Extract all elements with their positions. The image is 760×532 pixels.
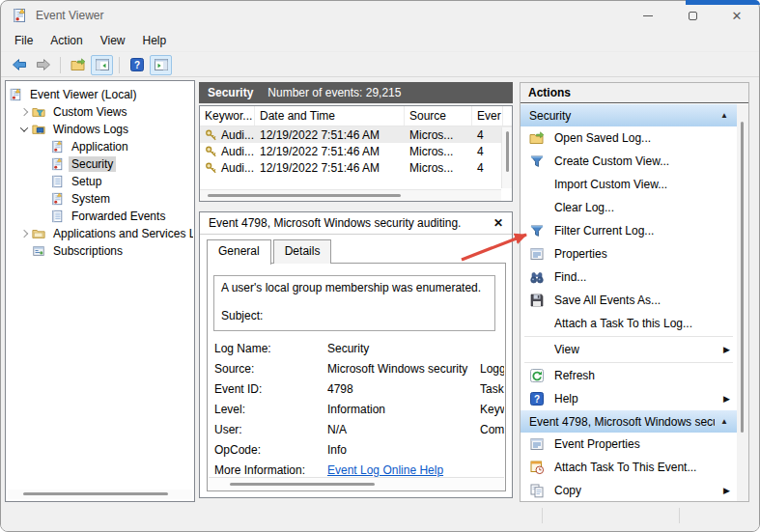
field-row-opcode: OpCode:Info bbox=[214, 439, 504, 460]
forward-arrow-icon bbox=[36, 57, 51, 72]
action-open-saved-log[interactable]: Open Saved Log... bbox=[521, 126, 737, 150]
event-viewer-window: Event Viewer ✕ FileActionViewHelp ? Even… bbox=[0, 0, 760, 532]
event-fields: Log Name:SecuritySource:Microsoft Window… bbox=[214, 338, 504, 480]
console-tree-panel: Event Viewer (Local)Custom ViewsWindows … bbox=[5, 80, 195, 502]
actions-vertical-scrollbar[interactable] bbox=[737, 104, 748, 501]
action-label: Create Custom View... bbox=[554, 154, 669, 168]
tree-item-windows-logs[interactable]: Windows Logs bbox=[7, 121, 193, 138]
scrollbar-thumb[interactable] bbox=[230, 483, 375, 486]
actions-pane-title: Actions bbox=[521, 82, 748, 103]
action-import-custom-view[interactable]: Import Custom View... bbox=[521, 173, 737, 196]
scrollbar-thumb[interactable] bbox=[23, 492, 168, 495]
tree-item-label: Windows Logs bbox=[50, 122, 131, 137]
tree-item-forwarded-events[interactable]: Forwarded Events bbox=[7, 208, 193, 225]
action-refresh[interactable]: Refresh bbox=[521, 364, 737, 387]
event-log-online-help-link[interactable]: Event Log Online Help bbox=[327, 463, 443, 477]
services-folder-icon bbox=[32, 227, 45, 240]
action-copy[interactable]: Copy▶ bbox=[521, 479, 737, 501]
scrollbar-thumb[interactable] bbox=[741, 122, 744, 433]
tree-item-subscriptions[interactable]: Subscriptions bbox=[7, 242, 193, 260]
save-icon bbox=[529, 293, 545, 308]
toolbar-console-tree-toggle-button[interactable] bbox=[91, 55, 113, 75]
close-button[interactable]: ✕ bbox=[715, 1, 759, 30]
action-view[interactable]: View▶ bbox=[521, 338, 737, 361]
field-label: Event ID: bbox=[214, 382, 327, 396]
open-saved-log-icon bbox=[70, 57, 86, 72]
chevron-right-icon[interactable] bbox=[16, 226, 32, 241]
action-label: Find... bbox=[554, 270, 586, 284]
chevron-down-icon[interactable] bbox=[16, 122, 32, 137]
action-find[interactable]: Find... bbox=[521, 266, 737, 289]
tree-item-system[interactable]: System bbox=[7, 190, 193, 208]
toolbar-action-pane-toggle-button[interactable] bbox=[150, 55, 172, 75]
toolbar-open-saved-log-button[interactable] bbox=[67, 55, 89, 75]
events-horizontal-scrollbar[interactable] bbox=[200, 189, 501, 201]
event-row[interactable]: Audi...12/19/2022 7:51:46 AMMicros...4 bbox=[200, 159, 512, 176]
custom-views-icon bbox=[32, 105, 45, 119]
scrollbar-thumb[interactable] bbox=[208, 194, 401, 197]
tree-item-label: Security bbox=[69, 156, 116, 172]
column-header-source[interactable]: Source bbox=[405, 106, 472, 126]
field-value: 4798 bbox=[327, 382, 480, 396]
tab-general[interactable]: General bbox=[207, 239, 271, 265]
action-create-custom-view[interactable]: Create Custom View... bbox=[521, 150, 737, 173]
action-filter-current-log[interactable]: Filter Current Log... bbox=[521, 219, 737, 242]
event-viewer-icon bbox=[9, 88, 22, 101]
event-row[interactable]: Audi...12/19/2022 7:51:46 AMMicros...4 bbox=[200, 126, 512, 143]
tree-item-applications-and-services-lo[interactable]: Applications and Services Lo bbox=[7, 225, 193, 242]
field-value: Security bbox=[327, 342, 480, 355]
event-cell: 12/19/2022 7:51:46 AM bbox=[255, 161, 405, 175]
event-cell: Micros... bbox=[405, 145, 472, 158]
actions-section-security[interactable]: Security▲ bbox=[521, 104, 737, 126]
collapse-icon[interactable]: ▲ bbox=[720, 417, 728, 426]
action-properties[interactable]: Properties bbox=[521, 242, 737, 266]
action-label: Refresh bbox=[554, 369, 595, 382]
detail-horizontal-scrollbar[interactable] bbox=[209, 477, 504, 490]
field-label: OpCode: bbox=[214, 443, 327, 457]
action-attach-a-task-to-this-log[interactable]: Attach a Task To this Log... bbox=[521, 312, 737, 335]
tree-item-application[interactable]: Application bbox=[7, 138, 193, 155]
tree-item-event-viewer-local[interactable]: Event Viewer (Local) bbox=[7, 86, 193, 103]
collapse-icon[interactable]: ▲ bbox=[720, 111, 728, 120]
tree-item-custom-views[interactable]: Custom Views bbox=[7, 103, 193, 121]
tree-horizontal-scrollbar[interactable] bbox=[8, 490, 192, 499]
event-description-box[interactable]: A user's local group membership was enum… bbox=[213, 275, 495, 331]
action-event-properties[interactable]: Event Properties bbox=[521, 433, 737, 456]
chevron-right-icon[interactable] bbox=[16, 104, 32, 120]
field-value: Event Log Online Help bbox=[327, 463, 480, 477]
log-title: Security bbox=[208, 86, 253, 99]
action-attach-task-to-this-event[interactable]: Attach Task To This Event... bbox=[521, 456, 737, 479]
menu-action[interactable]: Action bbox=[42, 31, 91, 50]
close-detail-icon[interactable]: ✕ bbox=[493, 216, 503, 230]
menu-help[interactable]: Help bbox=[134, 31, 176, 50]
action-label: Open Saved Log... bbox=[554, 131, 651, 145]
help-icon: ? bbox=[129, 57, 145, 72]
column-header-ever[interactable]: Ever bbox=[472, 106, 503, 126]
actions-separator bbox=[524, 336, 733, 337]
chevron-glyph bbox=[20, 108, 28, 116]
actions-section-event-4798-microsoft-windows-secu[interactable]: Event 4798, Microsoft Windows secu...▲ bbox=[521, 410, 737, 433]
tab-details[interactable]: Details bbox=[273, 239, 332, 264]
scrollbar-thumb[interactable] bbox=[506, 131, 509, 172]
minimize-button[interactable] bbox=[626, 1, 670, 30]
menu-view[interactable]: View bbox=[92, 31, 134, 50]
column-header-keywor[interactable]: Keywor... bbox=[200, 106, 255, 126]
action-save-all-events-as[interactable]: Save All Events As... bbox=[521, 289, 737, 312]
maximize-button[interactable] bbox=[670, 1, 715, 30]
field-value: Microsoft Windows security bbox=[327, 362, 480, 376]
action-clear-log[interactable]: Clear Log... bbox=[521, 196, 737, 219]
toolbar-help-button[interactable]: ? bbox=[126, 55, 148, 75]
action-pane-toggle-icon bbox=[154, 57, 169, 72]
toolbar-back-arrow-button[interactable] bbox=[8, 55, 30, 75]
menu-file[interactable]: File bbox=[6, 31, 42, 50]
event-cell: Micros... bbox=[405, 128, 472, 142]
events-vertical-scrollbar[interactable] bbox=[501, 127, 512, 188]
toolbar-forward-arrow-button[interactable] bbox=[32, 55, 54, 75]
event-row[interactable]: Audi...12/19/2022 7:51:46 AMMicros...4 bbox=[200, 143, 512, 159]
tree-item-security[interactable]: Security bbox=[7, 155, 193, 173]
tree-item-setup[interactable]: Setup bbox=[7, 173, 193, 190]
field-value: N/A bbox=[327, 423, 480, 436]
action-help[interactable]: ?Help▶ bbox=[521, 387, 737, 410]
attach-task-icon bbox=[529, 460, 545, 475]
column-header-date-and-time[interactable]: Date and Time bbox=[255, 106, 405, 126]
